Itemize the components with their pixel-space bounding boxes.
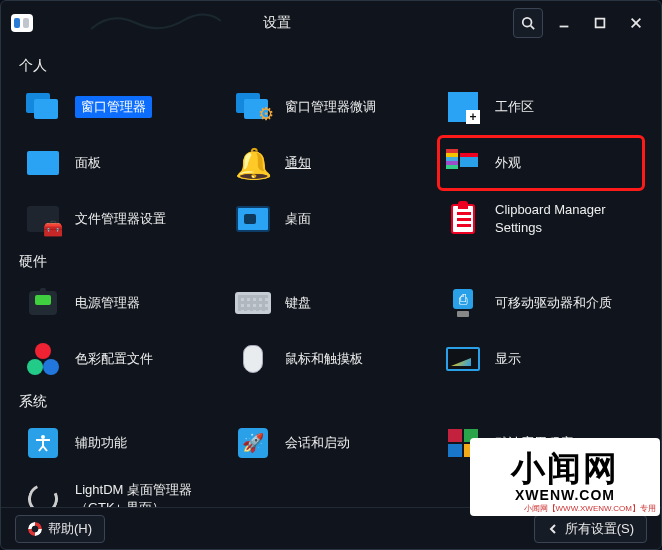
all-settings-label: 所有设置(S): [565, 520, 634, 538]
help-icon: [28, 522, 42, 536]
svg-rect-3: [596, 19, 605, 28]
section-personal: 个人: [19, 57, 643, 75]
item-desktop[interactable]: 桌面: [229, 193, 433, 245]
item-window-manager-tweaks[interactable]: 窗口管理器微调: [229, 81, 433, 133]
svg-rect-2: [560, 26, 569, 28]
item-panel[interactable]: 面板: [19, 137, 223, 189]
clipboard-icon: [443, 199, 483, 239]
item-display[interactable]: 显示: [439, 333, 643, 385]
item-label: 面板: [75, 154, 101, 172]
item-label: 辅助功能: [75, 434, 127, 452]
section-hardware: 硬件: [19, 253, 643, 271]
item-label: 工作区: [495, 98, 534, 116]
close-button[interactable]: [621, 8, 651, 38]
svg-line-1: [531, 26, 535, 30]
item-label: 窗口管理器: [75, 96, 152, 118]
item-label: LightDM 桌面管理器（GTK+ 界面）: [75, 481, 219, 507]
app-icon: [11, 14, 33, 32]
grid-personal: 窗口管理器 窗口管理器微调 工作区 面板 🔔 通知 外观: [19, 81, 643, 245]
item-label: 会话和启动: [285, 434, 350, 452]
watermark-text: 小闻网: [511, 451, 619, 485]
item-label: 鼠标和触摸板: [285, 350, 363, 368]
item-label: 通知: [285, 154, 311, 172]
window-manager-tweaks-icon: [233, 87, 273, 127]
usb-icon: [443, 283, 483, 323]
item-lightdm-greeter[interactable]: LightDM 桌面管理器（GTK+ 界面）: [19, 473, 223, 507]
item-removable-drives[interactable]: 可移动驱动器和介质: [439, 277, 643, 329]
search-button[interactable]: [513, 8, 543, 38]
item-color-profiles[interactable]: 色彩配置文件: [19, 333, 223, 385]
item-window-manager[interactable]: 窗口管理器: [19, 81, 223, 133]
item-label: 色彩配置文件: [75, 350, 153, 368]
item-label: 电源管理器: [75, 294, 140, 312]
keyboard-icon: [233, 283, 273, 323]
item-power-manager[interactable]: 电源管理器: [19, 277, 223, 329]
item-label: 可移动驱动器和介质: [495, 294, 612, 312]
color-icon: [23, 339, 63, 379]
item-session-startup[interactable]: 🚀 会话和启动: [229, 417, 433, 469]
item-label: 文件管理器设置: [75, 210, 166, 228]
item-label: 桌面: [285, 210, 311, 228]
item-label: Clipboard Manager Settings: [495, 201, 639, 236]
battery-icon: [23, 283, 63, 323]
mouse-icon: [233, 339, 273, 379]
appearance-icon: [443, 143, 483, 183]
workspaces-icon: [443, 87, 483, 127]
minimize-button[interactable]: [549, 8, 579, 38]
item-accessibility[interactable]: 辅助功能: [19, 417, 223, 469]
item-label: 显示: [495, 350, 521, 368]
minimize-icon: [557, 16, 571, 30]
help-label: 帮助(H): [48, 520, 92, 538]
titlebar: 设置: [1, 1, 661, 45]
maximize-button[interactable]: [585, 8, 615, 38]
item-mouse-touchpad[interactable]: 鼠标和触摸板: [229, 333, 433, 385]
item-label: 窗口管理器微调: [285, 98, 376, 116]
panel-icon: [23, 143, 63, 183]
all-settings-button[interactable]: 所有设置(S): [534, 515, 647, 543]
item-workspaces[interactable]: 工作区: [439, 81, 643, 133]
desktop-icon: [233, 199, 273, 239]
close-icon: [629, 16, 643, 30]
watermark-tiny: 小闻网【WWW.XWENW.COM】专用: [524, 503, 656, 514]
item-clipboard-manager[interactable]: Clipboard Manager Settings: [439, 193, 643, 245]
item-file-manager-settings[interactable]: 文件管理器设置: [19, 193, 223, 245]
back-arrow-icon: [547, 523, 559, 535]
watermark-overlay: 小闻网 XWENW.COM 小闻网【WWW.XWENW.COM】专用: [470, 438, 660, 516]
window-manager-icon: [23, 87, 63, 127]
window-title: 设置: [47, 14, 507, 32]
rocket-icon: 🚀: [233, 423, 273, 463]
search-icon: [521, 16, 535, 30]
file-manager-icon: [23, 199, 63, 239]
item-label: 外观: [495, 154, 521, 172]
maximize-icon: [593, 16, 607, 30]
help-button[interactable]: 帮助(H): [15, 515, 105, 543]
watermark-domain: XWENW.COM: [515, 487, 615, 503]
item-notifications[interactable]: 🔔 通知: [229, 137, 433, 189]
svg-point-6: [41, 435, 45, 439]
display-icon: [443, 339, 483, 379]
bell-icon: 🔔: [233, 143, 273, 183]
lightdm-icon: [23, 479, 63, 507]
accessibility-icon: [23, 423, 63, 463]
svg-point-0: [523, 18, 532, 27]
grid-hardware: 电源管理器 键盘 可移动驱动器和介质 色彩配置文件 鼠标和触摸板 显示: [19, 277, 643, 385]
item-appearance[interactable]: 外观: [439, 137, 643, 189]
item-keyboard[interactable]: 键盘: [229, 277, 433, 329]
section-system: 系统: [19, 393, 643, 411]
item-label: 键盘: [285, 294, 311, 312]
